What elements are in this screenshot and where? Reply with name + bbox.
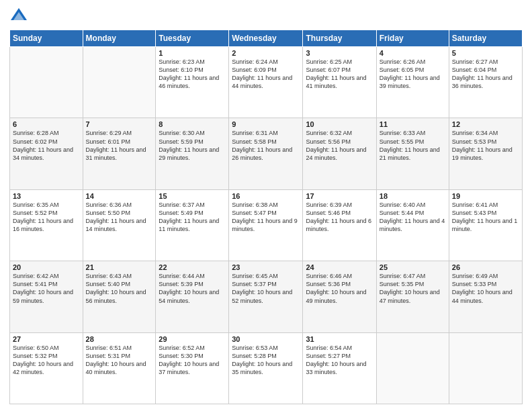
day-number: 7: [86, 120, 153, 128]
day-info: Sunrise: 6:42 AM Sunset: 5:41 PM Dayligh…: [13, 272, 80, 305]
day-info: Sunrise: 6:34 AM Sunset: 5:53 PM Dayligh…: [452, 129, 519, 162]
day-info: Sunrise: 6:28 AM Sunset: 6:02 PM Dayligh…: [13, 129, 80, 162]
calendar-week-row: 6Sunrise: 6:28 AM Sunset: 6:02 PM Daylig…: [10, 118, 523, 189]
calendar-cell: 14Sunrise: 6:36 AM Sunset: 5:50 PM Dayli…: [83, 189, 156, 261]
day-info: Sunrise: 6:53 AM Sunset: 5:28 PM Dayligh…: [232, 344, 300, 377]
calendar-header-friday: Friday: [376, 30, 449, 47]
day-info: Sunrise: 6:43 AM Sunset: 5:40 PM Dayligh…: [86, 272, 153, 305]
calendar-cell: 2Sunrise: 6:24 AM Sunset: 6:09 PM Daylig…: [229, 47, 303, 118]
day-number: 5: [452, 49, 519, 57]
day-info: Sunrise: 6:39 AM Sunset: 5:46 PM Dayligh…: [306, 201, 373, 234]
day-info: Sunrise: 6:24 AM Sunset: 6:09 PM Dayligh…: [232, 58, 300, 91]
calendar-header-thursday: Thursday: [303, 30, 376, 47]
day-info: Sunrise: 6:23 AM Sunset: 6:10 PM Dayligh…: [159, 58, 226, 91]
day-number: 29: [159, 335, 226, 343]
calendar-week-row: 13Sunrise: 6:35 AM Sunset: 5:52 PM Dayli…: [10, 189, 523, 261]
day-number: 24: [306, 263, 373, 271]
calendar-cell: 31Sunrise: 6:54 AM Sunset: 5:27 PM Dayli…: [303, 332, 376, 404]
calendar-cell: [376, 332, 449, 404]
day-info: Sunrise: 6:40 AM Sunset: 5:44 PM Dayligh…: [380, 201, 446, 234]
day-number: 3: [306, 49, 373, 57]
day-info: Sunrise: 6:26 AM Sunset: 6:05 PM Dayligh…: [380, 58, 446, 91]
day-number: 18: [380, 192, 446, 200]
day-info: Sunrise: 6:29 AM Sunset: 6:01 PM Dayligh…: [86, 129, 153, 162]
calendar-cell: 17Sunrise: 6:39 AM Sunset: 5:46 PM Dayli…: [303, 189, 376, 261]
day-number: 11: [380, 120, 446, 128]
calendar-cell: 28Sunrise: 6:51 AM Sunset: 5:31 PM Dayli…: [83, 332, 156, 404]
calendar-cell: 21Sunrise: 6:43 AM Sunset: 5:40 PM Dayli…: [83, 261, 156, 332]
calendar-cell: 16Sunrise: 6:38 AM Sunset: 5:47 PM Dayli…: [229, 189, 303, 261]
calendar-header-sunday: Sunday: [10, 30, 83, 47]
day-number: 6: [13, 120, 80, 128]
calendar-cell: [10, 47, 83, 118]
day-info: Sunrise: 6:50 AM Sunset: 5:32 PM Dayligh…: [13, 344, 80, 377]
day-number: 2: [232, 49, 300, 57]
page: SundayMondayTuesdayWednesdayThursdayFrid…: [0, 0, 532, 411]
day-number: 21: [86, 263, 153, 271]
calendar-cell: 27Sunrise: 6:50 AM Sunset: 5:32 PM Dayli…: [10, 332, 83, 404]
calendar-cell: 25Sunrise: 6:47 AM Sunset: 5:35 PM Dayli…: [376, 261, 449, 332]
day-info: Sunrise: 6:27 AM Sunset: 6:04 PM Dayligh…: [452, 58, 519, 91]
day-number: 31: [306, 335, 373, 343]
calendar-cell: 26Sunrise: 6:49 AM Sunset: 5:33 PM Dayli…: [449, 261, 522, 332]
day-number: 27: [13, 335, 80, 343]
calendar-cell: 6Sunrise: 6:28 AM Sunset: 6:02 PM Daylig…: [10, 118, 83, 189]
logo-icon: [9, 7, 28, 26]
day-number: 28: [86, 335, 153, 343]
calendar-week-row: 1Sunrise: 6:23 AM Sunset: 6:10 PM Daylig…: [10, 47, 523, 118]
calendar-week-row: 27Sunrise: 6:50 AM Sunset: 5:32 PM Dayli…: [10, 332, 523, 404]
calendar-cell: 11Sunrise: 6:33 AM Sunset: 5:55 PM Dayli…: [376, 118, 449, 189]
day-number: 16: [232, 192, 300, 200]
day-info: Sunrise: 6:30 AM Sunset: 5:59 PM Dayligh…: [159, 129, 226, 162]
day-number: 4: [380, 49, 446, 57]
day-info: Sunrise: 6:31 AM Sunset: 5:58 PM Dayligh…: [232, 129, 300, 162]
day-info: Sunrise: 6:54 AM Sunset: 5:27 PM Dayligh…: [306, 344, 373, 377]
day-info: Sunrise: 6:49 AM Sunset: 5:33 PM Dayligh…: [452, 272, 519, 305]
header: [9, 7, 523, 26]
day-number: 22: [159, 263, 226, 271]
calendar-header-wednesday: Wednesday: [229, 30, 303, 47]
calendar-cell: 4Sunrise: 6:26 AM Sunset: 6:05 PM Daylig…: [376, 47, 449, 118]
calendar-cell: 15Sunrise: 6:37 AM Sunset: 5:49 PM Dayli…: [156, 189, 229, 261]
day-info: Sunrise: 6:32 AM Sunset: 5:56 PM Dayligh…: [306, 129, 373, 162]
day-number: 13: [13, 192, 80, 200]
day-info: Sunrise: 6:52 AM Sunset: 5:30 PM Dayligh…: [159, 344, 226, 377]
day-info: Sunrise: 6:36 AM Sunset: 5:50 PM Dayligh…: [86, 201, 153, 234]
day-number: 10: [306, 120, 373, 128]
calendar-cell: 9Sunrise: 6:31 AM Sunset: 5:58 PM Daylig…: [229, 118, 303, 189]
calendar-cell: 8Sunrise: 6:30 AM Sunset: 5:59 PM Daylig…: [156, 118, 229, 189]
calendar-cell: 5Sunrise: 6:27 AM Sunset: 6:04 PM Daylig…: [449, 47, 522, 118]
calendar-cell: 12Sunrise: 6:34 AM Sunset: 5:53 PM Dayli…: [449, 118, 522, 189]
day-number: 30: [232, 335, 300, 343]
logo: [9, 7, 30, 26]
calendar-cell: 30Sunrise: 6:53 AM Sunset: 5:28 PM Dayli…: [229, 332, 303, 404]
calendar-cell: [449, 332, 522, 404]
day-number: 23: [232, 263, 300, 271]
day-number: 1: [159, 49, 226, 57]
calendar-header-row: SundayMondayTuesdayWednesdayThursdayFrid…: [10, 30, 523, 47]
calendar-table: SundayMondayTuesdayWednesdayThursdayFrid…: [9, 30, 523, 404]
calendar-cell: 13Sunrise: 6:35 AM Sunset: 5:52 PM Dayli…: [10, 189, 83, 261]
calendar-header-monday: Monday: [83, 30, 156, 47]
day-info: Sunrise: 6:51 AM Sunset: 5:31 PM Dayligh…: [86, 344, 153, 377]
day-number: 9: [232, 120, 300, 128]
day-info: Sunrise: 6:38 AM Sunset: 5:47 PM Dayligh…: [232, 201, 300, 234]
day-number: 12: [452, 120, 519, 128]
calendar-cell: 29Sunrise: 6:52 AM Sunset: 5:30 PM Dayli…: [156, 332, 229, 404]
calendar-cell: 10Sunrise: 6:32 AM Sunset: 5:56 PM Dayli…: [303, 118, 376, 189]
day-number: 8: [159, 120, 226, 128]
day-info: Sunrise: 6:41 AM Sunset: 5:43 PM Dayligh…: [452, 201, 519, 234]
calendar-cell: 22Sunrise: 6:44 AM Sunset: 5:39 PM Dayli…: [156, 261, 229, 332]
day-number: 15: [159, 192, 226, 200]
calendar-cell: 23Sunrise: 6:45 AM Sunset: 5:37 PM Dayli…: [229, 261, 303, 332]
calendar-header-tuesday: Tuesday: [156, 30, 229, 47]
day-info: Sunrise: 6:46 AM Sunset: 5:36 PM Dayligh…: [306, 272, 373, 305]
calendar-cell: 7Sunrise: 6:29 AM Sunset: 6:01 PM Daylig…: [83, 118, 156, 189]
day-info: Sunrise: 6:44 AM Sunset: 5:39 PM Dayligh…: [159, 272, 226, 305]
day-number: 17: [306, 192, 373, 200]
calendar-cell: [83, 47, 156, 118]
day-info: Sunrise: 6:45 AM Sunset: 5:37 PM Dayligh…: [232, 272, 300, 305]
day-number: 19: [452, 192, 519, 200]
day-info: Sunrise: 6:33 AM Sunset: 5:55 PM Dayligh…: [380, 129, 446, 162]
day-number: 14: [86, 192, 153, 200]
